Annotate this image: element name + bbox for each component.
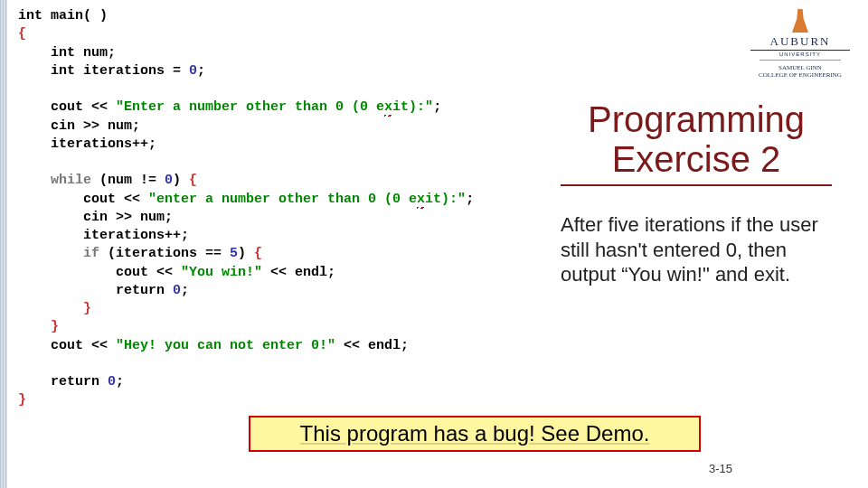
slide-title: Programming Exercise 2 [561,99,832,186]
logo-sub1: UNIVERSITY [750,52,850,58]
bug-callout: This program has a bug! See Demo. [249,416,701,452]
code-block: int main( ) { int num; int iterations = … [18,7,474,410]
logo-sub3: COLLEGE OF ENGINEERING [750,71,850,79]
slide-description: After five iterations if the user still … [561,212,841,287]
auburn-logo: AUBURN UNIVERSITY SAMUEL GINN COLLEGE OF… [750,9,850,80]
kw-int: int [18,8,42,23]
logo-name: AUBURN [750,34,850,51]
tower-icon [792,9,808,33]
decorative-rail [0,0,7,488]
page-number: 3-15 [709,462,732,475]
logo-sub2: SAMUEL GINN [750,64,850,71]
